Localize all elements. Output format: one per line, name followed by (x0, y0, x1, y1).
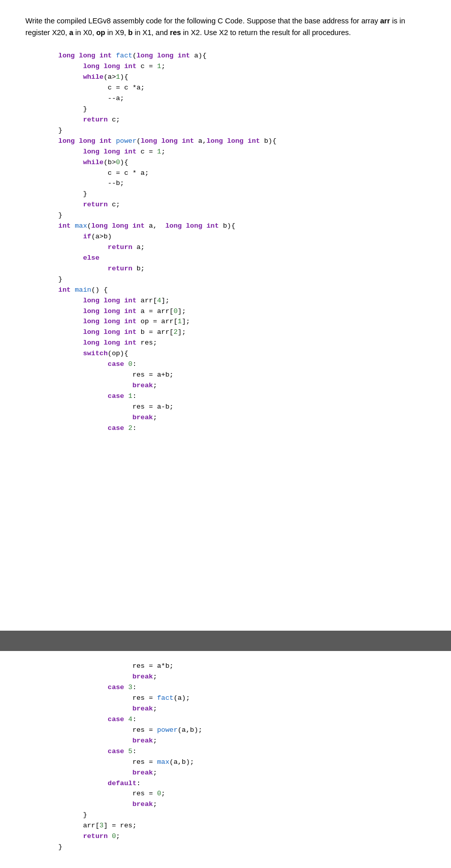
bottom-section: res = a*b; break; case 3: res = fact(a);… (0, 651, 451, 868)
code-bottom: res = a*b; break; case 3: res = fact(a);… (25, 661, 426, 853)
page-divider (0, 631, 451, 651)
description-text: Write the compiled LEGv8 assembly code f… (25, 15, 426, 39)
top-section: Write the compiled LEGv8 assembly code f… (0, 0, 451, 631)
page-container: Write the compiled LEGv8 assembly code f… (0, 0, 451, 868)
code-top: long long int fact(long long int a){ lon… (25, 51, 426, 433)
